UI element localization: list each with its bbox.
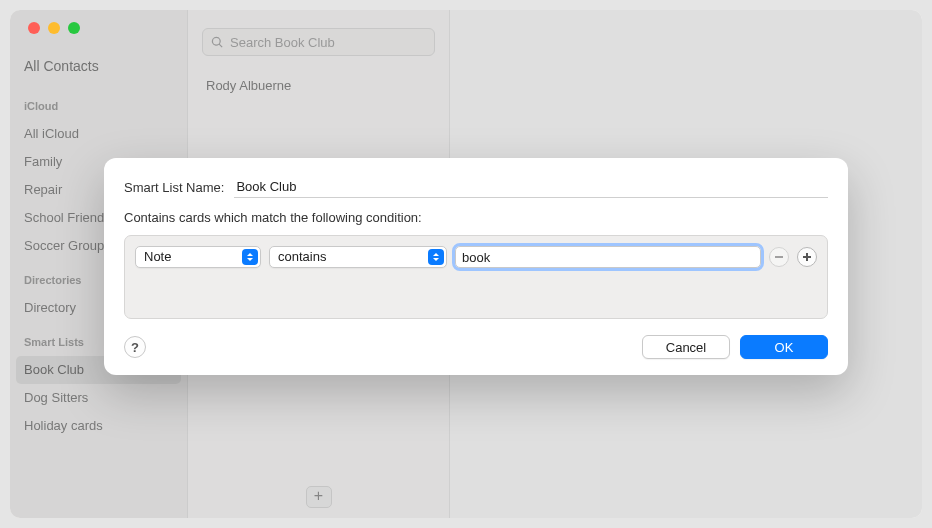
rule-value-input[interactable] (455, 246, 761, 268)
add-rule-button[interactable] (797, 247, 817, 267)
popup-arrows-icon (428, 249, 444, 265)
rule-operator-value: contains (278, 247, 326, 267)
rule-field-popup[interactable]: Note (135, 246, 261, 268)
minimize-icon[interactable] (48, 22, 60, 34)
ok-button[interactable]: OK (740, 335, 828, 359)
cancel-button[interactable]: Cancel (642, 335, 730, 359)
help-button[interactable]: ? (124, 336, 146, 358)
remove-rule-button[interactable] (769, 247, 789, 267)
close-icon[interactable] (28, 22, 40, 34)
smart-list-sheet: Smart List Name: Contains cards which ma… (104, 158, 848, 375)
rule-operator-popup[interactable]: contains (269, 246, 447, 268)
smart-list-name-label: Smart List Name: (124, 180, 224, 195)
smart-list-description: Contains cards which match the following… (124, 210, 828, 225)
popup-arrows-icon (242, 249, 258, 265)
window-controls (28, 22, 80, 34)
smart-list-name-input[interactable] (234, 176, 828, 198)
rules-panel: Note contains (124, 235, 828, 319)
zoom-icon[interactable] (68, 22, 80, 34)
rule-row: Note contains (135, 246, 817, 268)
rule-field-value: Note (144, 247, 171, 267)
contacts-window: All Contacts iCloud All iCloud Family Re… (10, 10, 922, 518)
